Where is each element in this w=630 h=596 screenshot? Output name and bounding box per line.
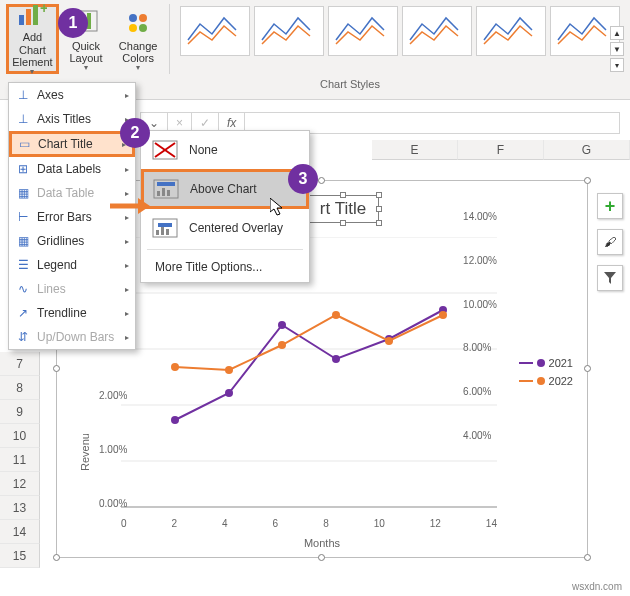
data-labels-icon: ⊞	[15, 161, 31, 177]
menu-label: Axes	[37, 88, 64, 102]
add-chart-element-icon: +	[16, 1, 48, 29]
chart-title-icon: ▭	[16, 136, 32, 152]
submenu-label: Above Chart	[190, 182, 257, 196]
menu-updown-bars[interactable]: ⇵Up/Down Bars▸	[9, 325, 135, 349]
selection-handle[interactable]	[584, 177, 591, 184]
cursor-icon	[270, 198, 286, 221]
legend-item[interactable]: 2021	[519, 357, 573, 369]
row-hdr[interactable]: 10	[0, 424, 40, 448]
add-chart-element-button[interactable]: + Add Chart Element ▾	[6, 4, 59, 74]
legend[interactable]: 2021 2022	[519, 357, 573, 393]
chart-styles-label: Chart Styles	[320, 78, 380, 90]
svg-rect-21	[156, 230, 159, 235]
col-hdr[interactable]: F	[458, 140, 544, 160]
gallery-down-icon[interactable]: ▼	[610, 42, 624, 56]
svg-point-8	[129, 14, 137, 22]
submenu-more-options[interactable]: More Title Options...	[141, 252, 309, 282]
svg-rect-16	[157, 182, 175, 186]
change-colors-icon	[122, 6, 154, 38]
row-hdr[interactable]: 15	[0, 544, 40, 568]
gallery-up-icon[interactable]: ▲	[610, 26, 624, 40]
axes-icon: ⊥	[15, 87, 31, 103]
menu-legend[interactable]: ☰Legend▸	[9, 253, 135, 277]
svg-point-37	[278, 321, 286, 329]
menu-label: Error Bars	[37, 210, 92, 224]
row-hdr[interactable]: 11	[0, 448, 40, 472]
svg-text:+: +	[40, 1, 47, 16]
divider	[169, 4, 170, 74]
legend-item[interactable]: 2022	[519, 375, 573, 387]
centered-overlay-icon	[151, 217, 179, 239]
style-thumb[interactable]	[180, 6, 250, 56]
callout-3: 3	[288, 164, 318, 194]
menu-gridlines[interactable]: ▦Gridlines▸	[9, 229, 135, 253]
selection-handle[interactable]	[584, 365, 591, 372]
chevron-down-icon: ▾	[136, 64, 140, 73]
style-thumb[interactable]	[476, 6, 546, 56]
menu-label: Legend	[37, 258, 77, 272]
svg-rect-23	[166, 229, 169, 235]
trendline-icon: ↗	[15, 305, 31, 321]
style-thumb[interactable]	[402, 6, 472, 56]
error-bars-icon: ⊢	[15, 209, 31, 225]
selection-handle[interactable]	[318, 177, 325, 184]
menu-axis-titles[interactable]: ⊥Axis Titles▸	[9, 107, 135, 131]
svg-rect-18	[162, 188, 165, 196]
row-hdr[interactable]: 12	[0, 472, 40, 496]
menu-data-labels[interactable]: ⊞Data Labels▸	[9, 157, 135, 181]
plus-icon: +	[605, 196, 616, 217]
chart-title[interactable]: rt Title	[307, 195, 379, 223]
annotation-arrow	[110, 196, 150, 216]
row-hdr[interactable]: 8	[0, 376, 40, 400]
col-hdr[interactable]: G	[544, 140, 630, 160]
add-chart-element-menu: ⊥Axes▸ ⊥Axis Titles▸ ▭Chart Title▸ ⊞Data…	[8, 82, 136, 350]
svg-point-41	[171, 363, 179, 371]
style-thumb[interactable]	[328, 6, 398, 56]
none-icon	[151, 139, 179, 161]
menu-label: Data Labels	[37, 162, 101, 176]
chart-elements-button[interactable]: +	[597, 193, 623, 219]
menu-axes[interactable]: ⊥Axes▸	[9, 83, 135, 107]
svg-marker-26	[138, 198, 150, 214]
svg-point-36	[225, 389, 233, 397]
selection-handle[interactable]	[53, 554, 60, 561]
svg-point-42	[225, 366, 233, 374]
updown-icon: ⇵	[15, 329, 31, 345]
submenu-label: More Title Options...	[155, 260, 262, 274]
funnel-icon	[603, 271, 617, 285]
menu-trendline[interactable]: ↗Trendline▸	[9, 301, 135, 325]
selection-handle[interactable]	[318, 554, 325, 561]
row-hdr[interactable]: 14	[0, 520, 40, 544]
menu-chart-title[interactable]: ▭Chart Title▸	[9, 131, 135, 157]
row-hdr[interactable]: 7	[0, 352, 40, 376]
selection-handle[interactable]	[584, 554, 591, 561]
svg-point-44	[332, 311, 340, 319]
chart-filters-button[interactable]	[597, 265, 623, 291]
submenu-label: None	[189, 143, 218, 157]
menu-lines[interactable]: ∿Lines▸	[9, 277, 135, 301]
chart-styles-button[interactable]: 🖌	[597, 229, 623, 255]
svg-rect-1	[26, 9, 31, 25]
chart-styles-gallery[interactable]	[176, 4, 624, 58]
change-colors-label: Change Colors	[113, 40, 163, 64]
legend-label: 2022	[549, 375, 573, 387]
change-colors-button[interactable]: Change Colors ▾	[113, 4, 163, 74]
svg-rect-22	[161, 227, 164, 235]
svg-marker-27	[270, 198, 282, 215]
svg-point-9	[139, 14, 147, 22]
submenu-none[interactable]: None	[141, 131, 309, 169]
svg-point-10	[129, 24, 137, 32]
gallery-scroll[interactable]: ▲ ▼ ▾	[610, 26, 624, 72]
style-thumb[interactable]	[254, 6, 324, 56]
watermark: wsxdn.com	[572, 581, 622, 592]
svg-point-43	[278, 341, 286, 349]
selection-handle[interactable]	[53, 365, 60, 372]
col-hdr[interactable]: E	[372, 140, 458, 160]
gallery-more-icon[interactable]: ▾	[610, 58, 624, 72]
callout-2: 2	[120, 118, 150, 148]
row-hdr[interactable]: 13	[0, 496, 40, 520]
add-chart-element-label: Add Chart Element	[9, 31, 56, 67]
row-hdr[interactable]: 9	[0, 400, 40, 424]
menu-label: Lines	[37, 282, 66, 296]
above-chart-icon	[152, 178, 180, 200]
